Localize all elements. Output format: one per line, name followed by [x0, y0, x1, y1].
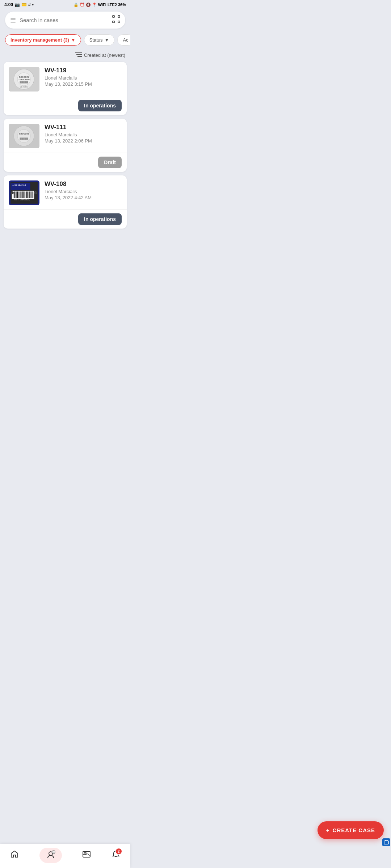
status-badge-wv119: In operations: [78, 100, 122, 111]
case-card-wv119[interactable]: naocom CE RoHS W: [4, 62, 127, 115]
svg-text:naocom: naocom: [19, 76, 29, 78]
case-author-wv111: Lionel Marcialis: [45, 132, 122, 137]
chevron-down-icon: ▼: [71, 37, 76, 43]
case-date-wv111: May 13, 2022 2:06 PM: [45, 138, 122, 144]
grid-icon: #: [28, 2, 31, 7]
sort-row: Created at (newest): [0, 49, 130, 60]
case-id-wv111: WV-111: [45, 124, 122, 131]
svg-rect-1: [118, 16, 120, 17]
case-card-bottom-wv108: In operations: [4, 209, 127, 229]
wifi-icon: WiFi: [98, 3, 106, 7]
camera-icon: 📷: [14, 2, 20, 7]
location-icon: 📍: [92, 3, 97, 7]
case-card-bottom-wv111: Draft: [4, 153, 127, 172]
svg-text:— 30C VEHICULE: — 30C VEHICULE: [12, 184, 26, 186]
search-container: ☰: [0, 9, 130, 32]
case-date-wv119: May 13, 2022 3:15 PM: [45, 81, 122, 87]
search-input[interactable]: [20, 17, 109, 23]
status-filter[interactable]: Status ▼: [84, 34, 115, 46]
svg-point-9: [17, 73, 30, 86]
svg-point-27: [17, 129, 30, 142]
case-card-top-wv108: — 30C VEHICULE: [4, 175, 127, 209]
case-thumbnail-wv119: naocom CE RoHS: [9, 67, 39, 92]
case-card-top-wv111: naocom WV-111 Lionel Marciali: [4, 119, 127, 153]
sort-icon: [75, 52, 82, 58]
case-card-wv108[interactable]: — 30C VEHICULE: [4, 175, 127, 229]
search-bar: ☰: [5, 12, 125, 29]
scan-icon[interactable]: [112, 15, 120, 25]
hamburger-icon[interactable]: ☰: [10, 16, 16, 24]
alarm-icon: ⏰: [80, 3, 85, 7]
inventory-filter-label: Inventory management (3): [10, 37, 69, 43]
case-author-wv119: Lionel Marcialis: [45, 75, 122, 81]
svg-point-74: [11, 191, 14, 194]
case-date-wv108: May 13, 2022 4:42 AM: [45, 195, 122, 200]
svg-rect-3: [118, 21, 120, 23]
lock-icon: 🔒: [73, 3, 79, 7]
dot-icon: •: [32, 2, 34, 7]
mute-icon: 🔇: [86, 3, 91, 7]
svg-rect-2: [113, 21, 114, 23]
svg-point-75: [34, 191, 37, 194]
svg-text:naocom: naocom: [19, 132, 29, 135]
signal-icon: LTE2: [108, 3, 117, 7]
case-thumbnail-wv108: — 30C VEHICULE: [9, 180, 39, 205]
sim-icon: 💳: [21, 2, 27, 7]
case-id-wv119: WV-119: [45, 67, 122, 74]
status-filter-label: Status: [89, 37, 103, 43]
svg-text:CE RoHS: CE RoHS: [20, 86, 28, 88]
battery: 36%: [118, 3, 126, 7]
svg-rect-0: [113, 16, 114, 17]
case-info-wv108: WV-108 Lionel Marcialis May 13, 2022 4:4…: [45, 180, 122, 200]
status-bar: 4:00 📷 💳 # • 🔒 ⏰ 🔇 📍 WiFi LTE2 36%: [0, 0, 130, 9]
time: 4:00: [4, 2, 13, 7]
case-card-bottom-wv119: In operations: [4, 96, 127, 115]
status-badge-wv108: In operations: [78, 213, 122, 225]
case-card-top-wv119: naocom CE RoHS W: [4, 62, 127, 96]
filter-row: Inventory management (3) ▼ Status ▼ Ac: [0, 32, 130, 49]
account-filter-label: Ac: [123, 37, 128, 43]
case-thumbnail-wv111: naocom: [9, 124, 39, 148]
cases-list: naocom CE RoHS W: [0, 60, 130, 236]
case-info-wv119: WV-119 Lionel Marcialis May 13, 2022 3:1…: [45, 67, 122, 87]
case-id-wv108: WV-108: [45, 180, 122, 188]
case-author-wv108: Lionel Marcialis: [45, 189, 122, 194]
account-filter[interactable]: Ac: [117, 34, 130, 46]
case-card-wv111[interactable]: naocom WV-111 Lionel Marciali: [4, 119, 127, 172]
status-badge-wv111: Draft: [98, 157, 122, 168]
chevron-down-icon-2: ▼: [105, 37, 109, 43]
inventory-management-filter[interactable]: Inventory management (3) ▼: [5, 34, 81, 46]
status-bar-right: 🔒 ⏰ 🔇 📍 WiFi LTE2 36%: [73, 3, 126, 7]
status-bar-left: 4:00 📷 💳 # •: [4, 2, 34, 7]
sort-label: Created at (newest): [84, 52, 125, 58]
case-info-wv111: WV-111 Lionel Marcialis May 13, 2022 2:0…: [45, 124, 122, 144]
svg-text:2408 07 00 649 0519 2: 2408 07 00 649 0519 2: [14, 199, 30, 201]
